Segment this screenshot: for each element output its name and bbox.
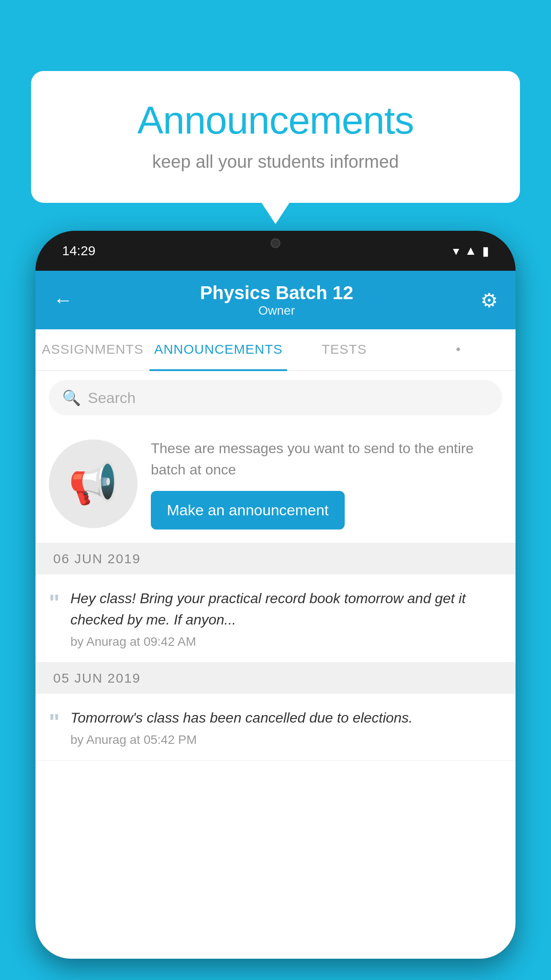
signal-icon: ▲ [464,244,477,258]
settings-icon[interactable]: ⚙ [480,289,498,312]
bubble-subtitle: keep all your students informed [67,152,484,172]
date-divider-1: 06 JUN 2019 [35,543,516,574]
phone-mockup: 14:29 ▾ ▲ ▮ ← Physics Batch 12 Owner ⚙ [35,231,516,959]
tab-announcements[interactable]: ANNOUNCEMENTS [150,329,287,371]
battery-icon: ▮ [482,244,489,258]
notch [231,231,320,255]
app-header: ← Physics Batch 12 Owner ⚙ [35,271,516,329]
app-screen: ← Physics Batch 12 Owner ⚙ ASSIGNMENTS A… [35,271,516,959]
speech-bubble: Announcements keep all your students inf… [31,71,520,203]
announcement-text-2: Tomorrow's class has been cancelled due … [71,707,502,747]
announcement-item-2[interactable]: " Tomorrow's class has been cancelled du… [35,694,516,761]
announcement-meta-1: by Anurag at 09:42 AM [71,635,502,649]
bubble-title: Announcements [67,98,484,143]
batch-subtitle: Owner [200,304,354,318]
search-icon: 🔍 [62,389,81,407]
tab-assignments[interactable]: ASSIGNMENTS [35,329,150,370]
search-bar[interactable]: 🔍 Search [49,380,502,415]
wifi-icon: ▾ [453,244,459,258]
header-title-area: Physics Batch 12 Owner [200,282,354,318]
batch-title: Physics Batch 12 [200,282,354,304]
tab-tests[interactable]: TESTS [287,329,401,370]
tab-more[interactable]: • [401,329,516,370]
announcement-meta-2: by Anurag at 05:42 PM [71,733,502,747]
quote-icon-1: " [49,591,60,614]
megaphone-circle: 📢 [49,439,138,528]
announcement-message-2: Tomorrow's class has been cancelled due … [71,707,502,728]
empty-state-content: These are messages you want to send to t… [151,438,502,530]
speech-bubble-area: Announcements keep all your students inf… [31,71,520,203]
megaphone-icon: 📢 [68,460,118,507]
search-placeholder: Search [88,389,136,407]
quote-icon-2: " [49,711,60,734]
announcement-item-1[interactable]: " Hey class! Bring your practical record… [35,574,516,663]
announcement-text-1: Hey class! Bring your practical record b… [71,588,502,649]
tabs-bar: ASSIGNMENTS ANNOUNCEMENTS TESTS • [35,329,516,371]
status-icons: ▾ ▲ ▮ [453,244,489,258]
back-button[interactable]: ← [53,289,73,311]
phone-container: 14:29 ▾ ▲ ▮ ← Physics Batch 12 Owner ⚙ [35,231,516,980]
announcement-message-1: Hey class! Bring your practical record b… [71,588,502,630]
front-camera [271,238,280,248]
status-bar: 14:29 ▾ ▲ ▮ [35,231,516,271]
empty-state-text: These are messages you want to send to t… [151,438,502,480]
empty-state: 📢 These are messages you want to send to… [35,424,516,543]
make-announcement-button[interactable]: Make an announcement [151,491,345,530]
status-time: 14:29 [62,243,95,258]
date-divider-2: 05 JUN 2019 [35,663,516,694]
